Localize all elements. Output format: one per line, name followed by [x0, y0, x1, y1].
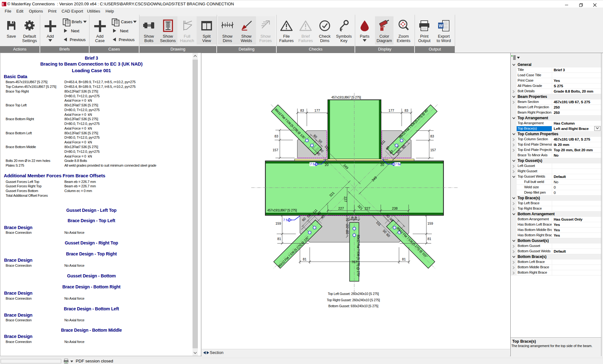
svg-text:81: 81	[427, 237, 431, 241]
svg-text:227: 227	[344, 196, 347, 202]
svg-text:457x191UB67 [S 275]: 457x191UB67 [S 275]	[267, 209, 297, 212]
svg-text:60: 60	[345, 230, 349, 234]
svg-text:80x12 Flat 7.536 [S 275] @ 270: 80x12 Flat 7.536 [S 275] @ 270°	[356, 235, 360, 277]
svg-text:20: 20	[325, 163, 329, 167]
svg-text:227: 227	[338, 206, 344, 210]
svg-text:Top Right Gusset: 260x240x10 [: Top Right Gusset: 260x240x10 [S 275]	[327, 298, 380, 302]
svg-text:177: 177	[314, 109, 320, 112]
svg-text:7 fw: 7 fw	[395, 162, 401, 166]
svg-text:Bottom Gusset: 930x240x10 [S 2: Bottom Gusset: 930x240x10 [S 275]	[329, 304, 378, 308]
svg-text:83: 83	[300, 109, 304, 112]
svg-text:157: 157	[430, 148, 436, 152]
svg-text:80x12 Flat 7.536 [S 275] @ 135: 80x12 Flat 7.536 [S 275] @ 135°	[274, 108, 307, 140]
svg-text:40: 40	[350, 216, 354, 220]
svg-text:159: 159	[427, 222, 433, 225]
svg-text:81: 81	[277, 237, 281, 241]
svg-text:40: 40	[354, 216, 358, 220]
svg-text:159: 159	[275, 222, 281, 225]
svg-text:238: 238	[392, 206, 398, 210]
svg-text:20: 20	[380, 163, 384, 167]
svg-text:83: 83	[274, 134, 278, 138]
svg-text:767: 767	[351, 260, 357, 264]
svg-text:83: 83	[430, 134, 434, 138]
svg-text:Top Left Gusset: 260x240x10 [S: Top Left Gusset: 260x240x10 [S 275]	[328, 292, 379, 296]
svg-text:7 fw: 7 fw	[310, 162, 316, 166]
svg-text:227: 227	[365, 206, 370, 210]
svg-text:457x191UB67 [S 275]: 457x191UB67 [S 275]	[331, 96, 361, 99]
svg-text:80x12 Flat 7.536 [S 275] @ 315: 80x12 Flat 7.536 [S 275] @ 315°	[396, 226, 428, 259]
svg-text:81: 81	[402, 257, 406, 261]
svg-text:80x12 Flat 7.536 [S 275] @ 225: 80x12 Flat 7.536 [S 275] @ 225°	[278, 236, 310, 268]
svg-text:W: W	[439, 23, 443, 28]
svg-text:157: 157	[273, 148, 278, 152]
svg-text:83: 83	[405, 109, 408, 112]
svg-text:7 fw: 7 fw	[283, 218, 290, 222]
svg-text:177: 177	[388, 109, 394, 112]
svg-text:81: 81	[303, 257, 307, 261]
svg-text:50: 50	[345, 224, 349, 228]
